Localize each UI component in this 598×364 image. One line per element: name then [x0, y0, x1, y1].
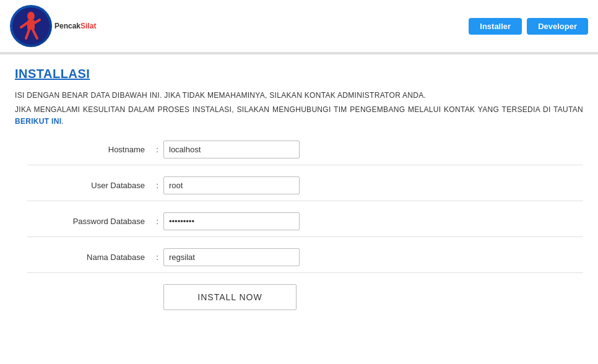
page-title: INSTALLASI — [15, 67, 583, 81]
header-buttons: Installer Developer — [469, 18, 588, 35]
installer-button[interactable]: Installer — [469, 18, 522, 35]
namadb-row: Nama Database : — [27, 248, 583, 273]
main-content: INSTALLASI ISI DENGAN BENAR DATA DIBAWAH… — [0, 54, 598, 323]
info-text-1: ISI DENGAN BENAR DATA DIBAWAH INI. JIKA … — [15, 90, 583, 102]
passdb-row: Password Database : — [27, 212, 583, 237]
hostname-input[interactable] — [163, 141, 300, 158]
install-now-button[interactable]: INSTALL NOW — [163, 284, 297, 310]
hostname-row: Hostname : — [27, 141, 583, 165]
logo-area: PencakSilat — [10, 5, 96, 47]
logo-text: PencakSilat — [54, 21, 96, 31]
passdb-label: Password Database — [27, 217, 151, 226]
header: PencakSilat Installer Developer — [0, 0, 598, 53]
userdb-input[interactable] — [163, 176, 300, 194]
logo-icon — [10, 5, 52, 47]
passdb-colon: : — [151, 217, 163, 226]
info-text-2: JIKA MENGALAMI KESULITAN DALAM PROSES IN… — [15, 104, 583, 128]
svg-point-1 — [27, 12, 35, 20]
logo-svg — [12, 7, 50, 45]
hostname-label: Hostname — [27, 145, 151, 154]
userdb-colon: : — [151, 181, 163, 190]
userdb-row: User Database : — [27, 176, 583, 201]
install-button-row: INSTALL NOW — [27, 284, 583, 310]
namadb-colon: : — [151, 253, 163, 262]
namadb-label: Nama Database — [27, 253, 151, 262]
namadb-input[interactable] — [163, 248, 300, 266]
developer-button[interactable]: Developer — [527, 18, 588, 35]
svg-rect-2 — [27, 20, 35, 30]
installation-form: Hostname : User Database : Password Data… — [15, 141, 583, 310]
userdb-label: User Database — [27, 181, 151, 190]
passdb-input[interactable] — [163, 212, 300, 230]
hostname-colon: : — [151, 145, 163, 154]
berikut-ini-link[interactable]: BERIKUT INI — [15, 117, 61, 126]
